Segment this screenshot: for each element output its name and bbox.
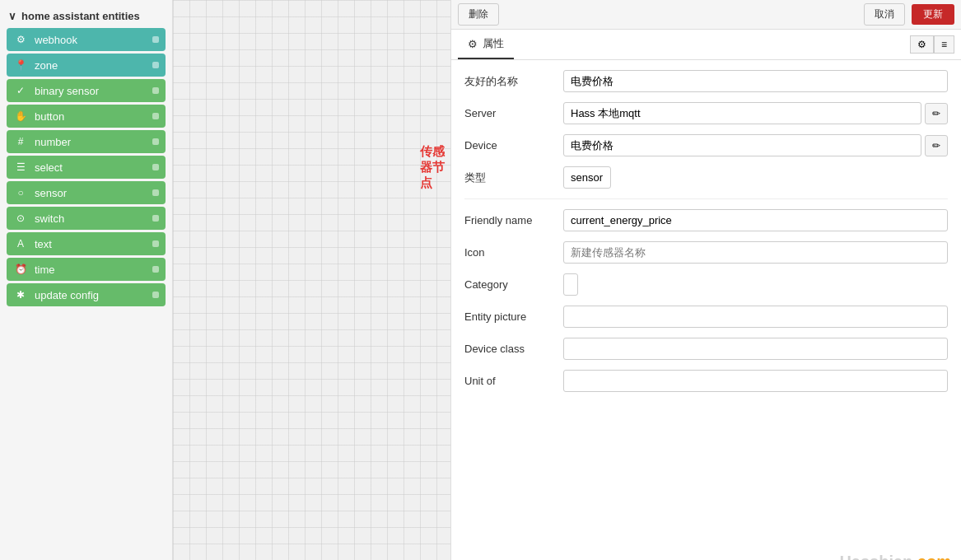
sidebar-item-label: text: [35, 238, 52, 250]
unit-of-label: Unit of: [464, 375, 563, 387]
form-row-category: Category: [464, 273, 948, 296]
sidebar-item-switch[interactable]: ⊙ switch: [7, 207, 166, 230]
arrows-overlay: [173, 0, 450, 560]
gear-icon: ⚙: [468, 38, 478, 50]
sidebar-item-label: time: [35, 264, 55, 276]
type-label: 类型: [464, 170, 563, 185]
friendly-name2-input[interactable]: [563, 209, 948, 231]
sidebar-item-label: zone: [35, 59, 58, 72]
friendly-name-input[interactable]: [563, 70, 948, 92]
annotation-sensor-node: 传感器节点: [420, 144, 450, 191]
sidebar-item-update-config[interactable]: ✱ update config: [7, 283, 166, 306]
drag-handle[interactable]: [152, 138, 159, 145]
drag-handle[interactable]: [152, 164, 159, 170]
server-edit-button[interactable]: ✏: [925, 103, 948, 124]
icon-input[interactable]: [563, 241, 948, 264]
right-panel: 删除 取消 更新 ⚙ 属性 ⚙ ≡ 友好的名称: [450, 0, 961, 560]
button-icon: ✋: [13, 109, 28, 124]
sidebar-item-label: switch: [35, 212, 64, 225]
webhook-icon: ⚙: [13, 32, 28, 47]
server-label: Server: [464, 107, 563, 119]
entity-picture-control: [563, 306, 948, 328]
sensor-icon: ○: [13, 185, 28, 200]
drag-handle[interactable]: [152, 62, 159, 68]
watermark-text: Hassbian.com: [839, 553, 951, 560]
form-row-friendly-name: 友好的名称: [464, 70, 948, 92]
category-control: [563, 273, 948, 296]
top-bar: 删除 取消 更新: [451, 0, 961, 30]
section-label: home assistant entities: [21, 10, 140, 22]
binary-sensor-icon: ✓: [13, 83, 28, 98]
delete-button[interactable]: 删除: [458, 3, 499, 26]
sidebar-item-button[interactable]: ✋ button: [7, 105, 166, 128]
sidebar-item-text[interactable]: A text: [7, 232, 166, 255]
sidebar-item-label: select: [35, 161, 63, 174]
sidebar-item-label: binary sensor: [35, 85, 99, 97]
icon-control: [563, 241, 948, 264]
sidebar-item-label: sensor: [35, 187, 67, 199]
section-title[interactable]: ∨ home assistant entities: [0, 3, 172, 26]
form-row-device: Device 电费价格 ✏ 新建设备名称: [464, 134, 948, 156]
sidebar-item-time[interactable]: ⏰ time: [7, 258, 166, 281]
category-label: Category: [464, 278, 563, 291]
sidebar-item-label: webhook: [35, 34, 77, 46]
sidebar-item-number[interactable]: # number: [7, 130, 166, 153]
device-class-control: [563, 338, 948, 360]
form-row-server: Server Hass 本地mqtt ✏: [464, 102, 948, 124]
sidebar-item-select[interactable]: ☰ select: [7, 156, 166, 179]
form-row-unit-of: Unit of: [464, 370, 948, 392]
canvas[interactable]: 传感器节点 sensor: [173, 0, 450, 560]
drag-handle[interactable]: [152, 36, 159, 43]
form-row-device-class: Device class: [464, 338, 948, 360]
entity-picture-input[interactable]: [563, 306, 948, 328]
sidebar-item-label: update config: [35, 289, 99, 301]
time-icon: ⏰: [13, 262, 28, 277]
drag-handle[interactable]: [152, 87, 159, 94]
drag-handle[interactable]: [152, 215, 159, 222]
text-icon: A: [13, 236, 28, 251]
drag-handle[interactable]: [152, 113, 159, 119]
friendly-name2-label: Friendly name: [464, 214, 563, 226]
drag-handle[interactable]: [152, 292, 159, 298]
form-row-entity-picture: Entity picture: [464, 306, 948, 328]
sidebar-item-label: number: [35, 136, 71, 148]
form-row-friendly-name2: Friendly name: [464, 209, 948, 231]
cancel-button[interactable]: 取消: [864, 3, 905, 26]
select-icon: ☰: [13, 160, 28, 175]
update-config-icon: ✱: [13, 287, 28, 302]
unit-of-input[interactable]: [563, 370, 948, 392]
device-label: Device: [464, 139, 563, 152]
category-select[interactable]: [563, 273, 578, 296]
form-row-type: 类型 sensor: [464, 166, 948, 189]
device-edit-button[interactable]: ✏: [925, 135, 948, 156]
form-row-icon: Icon: [464, 241, 948, 264]
friendly-name-label: 友好的名称: [464, 74, 563, 89]
device-class-label: Device class: [464, 343, 563, 355]
properties-form: 友好的名称 Server Hass 本地mqtt ✏ Device: [451, 60, 961, 560]
sidebar: ∨ home assistant entities ⚙ webhook 📍 zo…: [0, 0, 173, 560]
tab-settings-button[interactable]: ⚙: [910, 35, 934, 54]
entity-picture-label: Entity picture: [464, 310, 563, 323]
server-select[interactable]: Hass 本地mqtt: [563, 102, 921, 124]
update-button[interactable]: 更新: [912, 4, 954, 25]
number-icon: #: [13, 134, 28, 149]
tab-extra-button[interactable]: ≡: [934, 35, 954, 54]
type-select[interactable]: sensor: [563, 166, 611, 189]
tab-properties[interactable]: ⚙ 属性: [458, 30, 514, 59]
sidebar-item-zone[interactable]: 📍 zone: [7, 54, 166, 77]
panel-tabs: ⚙ 属性 ⚙ ≡: [451, 30, 961, 60]
drag-handle[interactable]: [152, 266, 159, 273]
drag-handle[interactable]: [152, 189, 159, 196]
sidebar-item-sensor[interactable]: ○ sensor: [7, 181, 166, 204]
tab-label: 属性: [483, 36, 504, 51]
sidebar-item-binary-sensor[interactable]: ✓ binary sensor: [7, 79, 166, 102]
unit-of-control: [563, 370, 948, 392]
sidebar-item-label: button: [35, 110, 64, 123]
separator: [464, 198, 948, 199]
device-class-input[interactable]: [563, 338, 948, 360]
device-select[interactable]: 电费价格: [563, 134, 921, 156]
zone-icon: 📍: [13, 58, 28, 72]
drag-handle[interactable]: [152, 240, 159, 247]
server-control: Hass 本地mqtt ✏: [563, 102, 948, 124]
sidebar-item-webhook[interactable]: ⚙ webhook: [7, 28, 166, 51]
